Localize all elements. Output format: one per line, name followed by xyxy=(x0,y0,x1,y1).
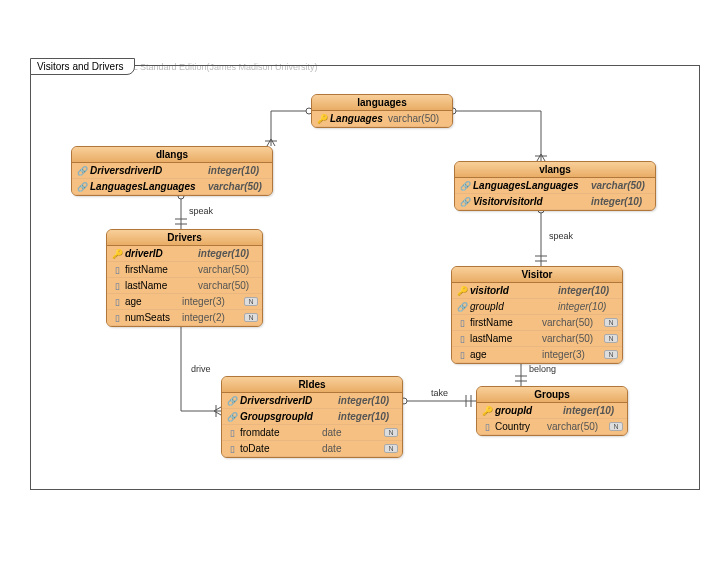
column-row: 🔗 GroupsgroupId integer(10) xyxy=(222,409,402,425)
col-name: lastName xyxy=(123,280,198,291)
entity-title: Drivers xyxy=(107,230,262,246)
nullable-badge: N xyxy=(244,313,258,322)
entity-groups[interactable]: Groups 🔑 groupId integer(10) ▯ Country v… xyxy=(476,386,628,436)
rel-drive: drive xyxy=(191,364,211,374)
col-name: firstName xyxy=(123,264,198,275)
col-icon: ▯ xyxy=(456,334,468,344)
entity-title: Visitor xyxy=(452,267,622,283)
fk-icon: 🔗 xyxy=(76,182,88,192)
diagram-frame: Visitors and Drivers xyxy=(30,65,700,490)
col-type: integer(10) xyxy=(208,165,268,176)
nullable-badge: N xyxy=(384,444,398,453)
col-name: age xyxy=(123,296,182,307)
rel-speak-1: speak xyxy=(189,206,213,216)
col-name: groupId xyxy=(468,301,558,312)
col-icon: ▯ xyxy=(481,422,493,432)
entity-dlangs[interactable]: dlangs 🔗 DriversdriverID integer(10) 🔗 L… xyxy=(71,146,273,196)
column-row: ▯ fromdate date N xyxy=(222,425,402,441)
col-icon: ▯ xyxy=(111,265,123,275)
entity-title: dlangs xyxy=(72,147,272,163)
col-icon: ▯ xyxy=(111,281,123,291)
fk-icon: 🔗 xyxy=(459,197,471,207)
col-name: lastName xyxy=(468,333,542,344)
entity-drivers[interactable]: Drivers 🔑 driverID integer(10) ▯ firstNa… xyxy=(106,229,263,327)
fk-icon: 🔗 xyxy=(456,302,468,312)
col-type: varchar(50) xyxy=(198,264,258,275)
col-type: varchar(50) xyxy=(542,333,602,344)
entity-vlangs[interactable]: vlangs 🔗 LanguagesLanguages varchar(50) … xyxy=(454,161,656,211)
col-type: integer(10) xyxy=(198,248,258,259)
column-row: ▯ numSeats integer(2) N xyxy=(107,310,262,326)
frame-title: Visitors and Drivers xyxy=(30,58,135,75)
entity-rides[interactable]: RIdes 🔗 DriversdriverID integer(10) 🔗 Gr… xyxy=(221,376,403,458)
col-icon: ▯ xyxy=(111,313,123,323)
col-name: LanguagesLanguages xyxy=(88,181,208,192)
column-row: ▯ firstName varchar(50) xyxy=(107,262,262,278)
svg-line-2 xyxy=(267,139,271,146)
svg-line-19 xyxy=(214,411,221,415)
rel-belong: belong xyxy=(529,364,556,374)
col-type: integer(10) xyxy=(563,405,623,416)
col-type: integer(3) xyxy=(182,296,242,307)
column-row: 🔗 LanguagesLanguages varchar(50) xyxy=(455,178,655,194)
col-type: integer(10) xyxy=(558,285,618,296)
col-type: varchar(50) xyxy=(547,421,607,432)
nullable-badge: N xyxy=(244,297,258,306)
col-name: driverID xyxy=(123,248,198,259)
col-icon: ▯ xyxy=(456,318,468,328)
col-name: numSeats xyxy=(123,312,182,323)
col-type: integer(10) xyxy=(338,395,398,406)
col-name: fromdate xyxy=(238,427,322,438)
col-name: VisitorvisitorId xyxy=(471,196,591,207)
col-type: date xyxy=(322,427,382,438)
col-name: toDate xyxy=(238,443,322,454)
col-type: varchar(50) xyxy=(208,181,268,192)
svg-line-6 xyxy=(537,154,541,161)
key-icon: 🔑 xyxy=(316,114,328,124)
col-icon: ▯ xyxy=(226,428,238,438)
col-type: integer(3) xyxy=(542,349,602,360)
fk-icon: 🔗 xyxy=(459,181,471,191)
col-type: varchar(50) xyxy=(198,280,258,291)
entity-title: RIdes xyxy=(222,377,402,393)
column-row: 🔑 groupId integer(10) xyxy=(477,403,627,419)
col-name: DriversdriverID xyxy=(88,165,208,176)
key-icon: 🔑 xyxy=(481,406,493,416)
col-name: DriversdriverID xyxy=(238,395,338,406)
nullable-badge: N xyxy=(604,318,618,327)
nullable-badge: N xyxy=(384,428,398,437)
key-icon: 🔑 xyxy=(111,249,123,259)
svg-line-3 xyxy=(271,139,275,146)
col-type: varchar(50) xyxy=(388,113,448,124)
entity-languages[interactable]: languages 🔑 Languages varchar(50) xyxy=(311,94,453,128)
column-row: ▯ firstName varchar(50) N xyxy=(452,315,622,331)
column-row: 🔗 groupId integer(10) xyxy=(452,299,622,315)
column-row: ▯ age integer(3) N xyxy=(107,294,262,310)
col-icon: ▯ xyxy=(226,444,238,454)
column-row: ▯ lastName varchar(50) N xyxy=(452,331,622,347)
col-name: age xyxy=(468,349,542,360)
col-type: date xyxy=(322,443,382,454)
col-type: integer(10) xyxy=(591,196,651,207)
rel-speak-2: speak xyxy=(549,231,573,241)
svg-line-7 xyxy=(541,154,545,161)
col-name: GroupsgroupId xyxy=(238,411,338,422)
col-icon: ▯ xyxy=(456,350,468,360)
fk-icon: 🔗 xyxy=(226,396,238,406)
nullable-badge: N xyxy=(604,334,618,343)
entity-visitor[interactable]: Visitor 🔑 visitorId integer(10) 🔗 groupI… xyxy=(451,266,623,364)
fk-icon: 🔗 xyxy=(76,166,88,176)
column-row: 🔑 Languages varchar(50) xyxy=(312,111,452,127)
col-name: Country xyxy=(493,421,547,432)
column-row: ▯ toDate date N xyxy=(222,441,402,457)
entity-title: Groups xyxy=(477,387,627,403)
col-name: LanguagesLanguages xyxy=(471,180,591,191)
nullable-badge: N xyxy=(604,350,618,359)
col-name: firstName xyxy=(468,317,542,328)
col-type: varchar(50) xyxy=(542,317,602,328)
column-row: 🔗 DriversdriverID integer(10) xyxy=(72,163,272,179)
column-row: 🔗 VisitorvisitorId integer(10) xyxy=(455,194,655,210)
col-name: Languages xyxy=(328,113,388,124)
column-row: ▯ age integer(3) N xyxy=(452,347,622,363)
key-icon: 🔑 xyxy=(456,286,468,296)
